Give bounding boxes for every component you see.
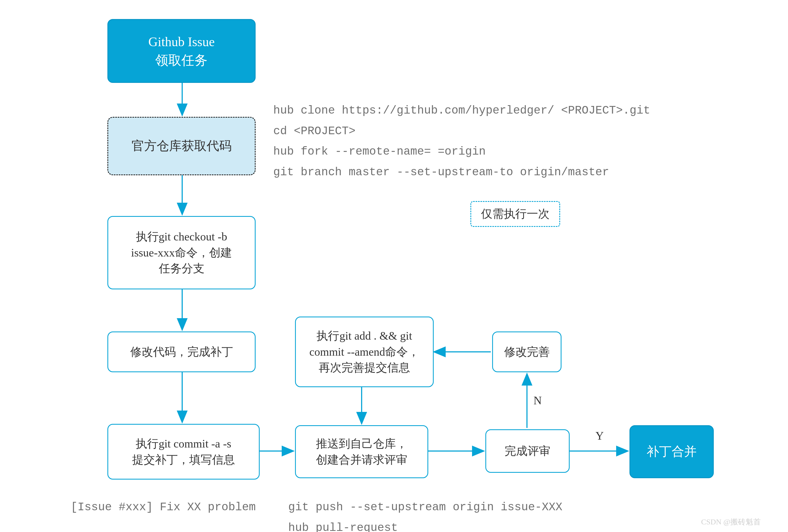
node-review: 完成评审 xyxy=(485,429,570,473)
code-issue: [Issue #xxx] Fix XX problem xyxy=(71,497,256,518)
node-checkout-line3: 任务分支 xyxy=(131,261,232,277)
node-push-line1: 推送到自己仓库， xyxy=(316,436,407,452)
node-modify: 修改代码，完成补丁 xyxy=(107,331,256,372)
node-amend-line1: 执行git add . && git xyxy=(310,328,419,344)
node-push: 推送到自己仓库， 创建合并请求评审 xyxy=(295,425,428,478)
node-amend-line3: 再次完善提交信息 xyxy=(310,360,419,376)
node-checkout-line1: 执行git checkout -b xyxy=(131,229,232,245)
code-push: git push --set-upstream origin issue-XXX… xyxy=(288,497,562,532)
node-start-line2: 领取任务 xyxy=(149,51,215,69)
node-checkout: 执行git checkout -b issue-xxx命令，创建 任务分支 xyxy=(107,216,256,289)
node-push-line2: 创建合并请求评审 xyxy=(316,452,407,468)
node-commit-line1: 执行git commit -a -s xyxy=(132,436,235,452)
node-amend-line2: commit --amend命令， xyxy=(310,344,419,360)
watermark: CSDN @搬砖魁首 xyxy=(701,517,761,527)
node-merge: 补丁合并 xyxy=(629,425,714,478)
node-commit-line2: 提交补丁，填写信息 xyxy=(132,452,235,468)
node-amend: 执行git add . && git commit --amend命令， 再次完… xyxy=(295,316,434,387)
node-modify-text: 修改代码，完成补丁 xyxy=(130,344,233,360)
node-merge-text: 补丁合并 xyxy=(647,443,697,460)
node-fetch-text: 官方仓库获取代码 xyxy=(132,137,232,155)
node-checkout-line2: issue-xxx命令，创建 xyxy=(131,245,232,261)
node-commit: 执行git commit -a -s 提交补丁，填写信息 xyxy=(107,424,260,479)
code-clone: hub clone https://github.com/hyperledger… xyxy=(273,101,650,183)
node-once-text: 仅需执行一次 xyxy=(481,206,550,222)
node-review-text: 完成评审 xyxy=(505,443,550,459)
label-y: Y xyxy=(595,429,604,442)
label-n: N xyxy=(533,394,541,407)
node-once: 仅需执行一次 xyxy=(470,201,560,227)
node-improve: 修改完善 xyxy=(492,331,562,372)
node-improve-text: 修改完善 xyxy=(504,344,550,360)
node-start: Github Issue 领取任务 xyxy=(107,19,256,83)
node-fetch: 官方仓库获取代码 xyxy=(107,117,256,175)
node-start-line1: Github Issue xyxy=(149,33,215,51)
